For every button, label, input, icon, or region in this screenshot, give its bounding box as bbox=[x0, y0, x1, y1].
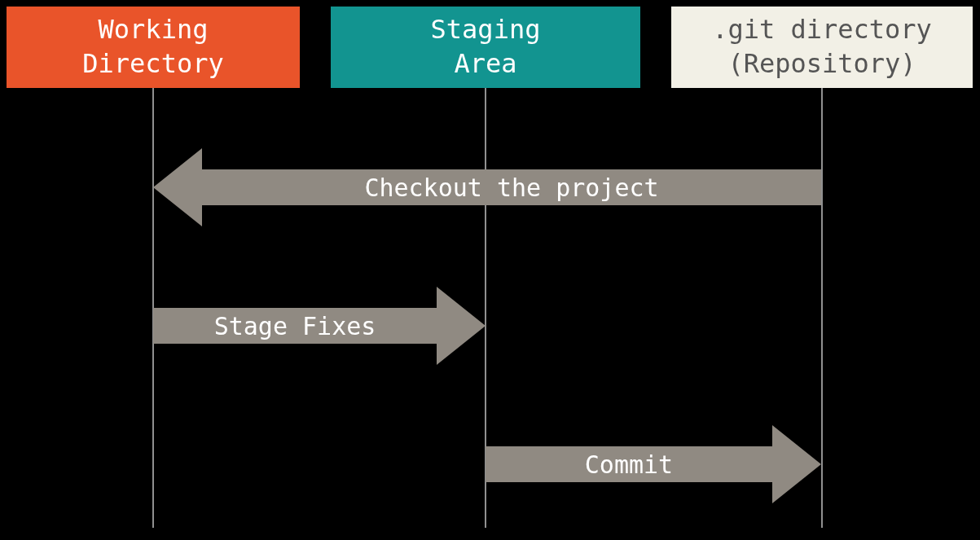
arrow-commit: Commit bbox=[486, 446, 772, 482]
column-header-working-line2: Directory bbox=[82, 47, 223, 81]
column-header-staging-line2: Area bbox=[454, 47, 516, 81]
column-header-staging-line1: Staging bbox=[431, 13, 541, 47]
column-header-working-line1: Working bbox=[99, 13, 209, 47]
arrow-stage: Stage Fixes bbox=[153, 308, 437, 344]
column-header-repo-line1: .git directory bbox=[712, 13, 932, 47]
arrow-checkout: Checkout the project bbox=[202, 169, 821, 205]
column-header-repo-line2: (Repository) bbox=[727, 47, 916, 81]
column-header-staging: Staging Area bbox=[331, 7, 640, 88]
arrow-commit-label: Commit bbox=[585, 450, 673, 479]
column-header-repo: .git directory (Repository) bbox=[671, 7, 973, 88]
column-header-working: Working Directory bbox=[7, 7, 300, 88]
arrow-stage-label: Stage Fixes bbox=[214, 312, 376, 340]
lifeline-repo bbox=[821, 88, 823, 528]
arrow-checkout-label: Checkout the project bbox=[364, 173, 658, 202]
